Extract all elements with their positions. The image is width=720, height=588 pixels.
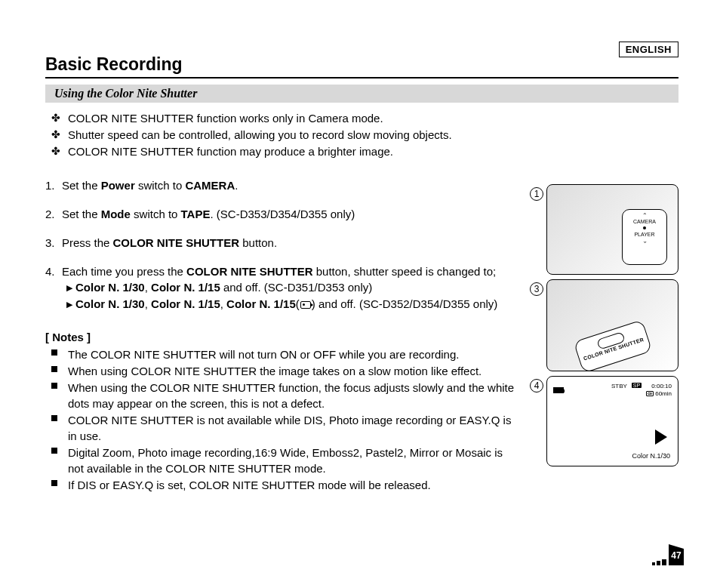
step-keyword: COLOR NITE SHUTTER [113,236,240,249]
battery-icon [553,387,564,393]
step-text: . (SC-D353/D354/D355 only) [210,208,355,220]
note-item: Digital Zoom, Photo image recording,16:9… [51,445,518,476]
note-item: When using COLOR NITE SHUTTER the image … [51,363,518,379]
note-text: Digital Zoom, Photo image recording,16:9… [68,446,503,475]
steps-list: Set the Power switch to CAMERA. Set the … [45,177,518,312]
shutter-value: Color N. 1/15 [226,297,296,310]
screen-speed-badge: SP [632,383,642,388]
note-item: COLOR NITE SHUTTER is not available whil… [51,412,518,444]
square-bullet-icon [51,448,57,454]
note-text: If DIS or EASY.Q is set, COLOR NITE SHUT… [68,479,431,491]
main-text-column: ✤COLOR NITE SHUTTER function works only … [45,110,524,494]
intro-text: COLOR NITE SHUTTER function may produce … [68,145,393,158]
intro-text: Shutter speed can be controlled, allowin… [68,128,452,141]
page-decor-bar [662,559,666,565]
figure-column: 1 ⌃ CAMERA PLAYER ⌃ 3 COLOR NITE SHUTTER [531,110,678,494]
figure-marker: 4 [530,379,543,393]
step-text: button, shutter speed is changed to; [313,265,497,278]
figure-camera-switch: ⌃ CAMERA PLAYER ⌃ [546,184,678,275]
step-text: . [235,179,238,192]
square-bullet-icon [51,415,57,421]
page-decor-bar [657,561,660,565]
shutter-button-plate: COLOR NITE SHUTTER [573,319,652,371]
maltese-bullet-icon: ✤ [51,143,60,159]
step-item: Press the COLOR NITE SHUTTER button. [45,235,518,251]
screen-status-row: STBY SP 0:00:10 60min [553,383,672,397]
figure-screen-display: STBY SP 0:00:10 60min Color N.1/30 [546,376,678,466]
intro-text: COLOR NITE SHUTTER function works only i… [68,112,383,125]
step-item: Set the Power switch to CAMERA. [45,177,518,194]
step-keyword: CAMERA [185,179,235,192]
intro-item: ✤COLOR NITE SHUTTER function may produce… [51,143,518,160]
note-item: The COLOR NITE SHUTTER will not turn ON … [51,346,518,362]
note-text: When using the COLOR NITE SHUTTER functi… [68,381,514,410]
step-keyword: COLOR NITE SHUTTER [186,265,313,278]
step-text: button. [239,236,277,249]
step-sub: ▶Color N. 1/30, Color N. 1/15, Color N. … [66,296,518,312]
switch-label-player: PLAYER [623,232,666,237]
language-tag: ENGLISH [619,42,678,57]
square-bullet-icon [51,480,57,486]
figure-marker: 3 [530,282,543,296]
figure-marker: 1 [530,187,543,201]
maltese-bullet-icon: ✤ [51,110,60,125]
intro-item: ✤COLOR NITE SHUTTER function works only … [51,110,518,127]
note-text: COLOR NITE SHUTTER is not available whil… [68,414,511,442]
light-icon [300,301,311,309]
step-keyword: Mode [101,208,131,220]
notes-heading: [ Notes ] [45,331,518,343]
screen-status: STBY [611,383,627,389]
power-switch-plate: ⌃ CAMERA PLAYER ⌃ [622,209,667,265]
figure-1-wrap: 1 ⌃ CAMERA PLAYER ⌃ [546,184,678,275]
page-decor-bar [652,562,655,565]
shutter-value: Color N. 1/15 [151,297,220,310]
step-text: and off. (SC-D351/D353 only) [220,281,373,294]
note-item: When using the COLOR NITE SHUTTER functi… [51,380,518,411]
intro-item: ✤Shutter speed can be controlled, allowi… [51,127,518,143]
step-keyword: TAPE [181,208,211,220]
square-bullet-icon [51,383,57,389]
page-title: Basic Recording [45,54,678,79]
step-text: Press the [62,236,113,249]
square-bullet-icon [51,366,57,372]
cassette-icon [646,391,654,396]
figure-4-wrap: 4 STBY SP 0:00:10 60min Color N.1/30 [546,376,678,466]
arrow-down-icon: ⌃ [623,237,666,243]
step-text: switch to [135,179,186,192]
screen-timecode: 0:00:10 [646,383,672,390]
intro-list: ✤COLOR NITE SHUTTER function works only … [51,110,518,159]
screen-remain: 60min [655,390,672,397]
switch-label-camera: CAMERA [623,219,666,224]
step-text: switch to [131,208,181,220]
page-number: 47 [652,540,684,565]
screen-mode-label: Color N.1/30 [632,452,670,460]
square-bullet-icon [51,349,57,356]
page-number-value: 47 [669,549,684,565]
note-text: The COLOR NITE SHUTTER will not turn ON … [68,348,459,361]
section-heading: Using the Color Nite Shutter [45,85,678,103]
triangle-bullet-icon: ▶ [66,282,72,294]
step-text: ) and off. (SC-D352/D354/D355 only) [312,297,498,310]
switch-dot-icon [643,226,646,229]
shutter-value: Color N. 1/15 [151,281,220,294]
play-triangle-icon [655,429,667,445]
shutter-value: Color N. 1/30 [75,297,145,310]
step-item: Set the Mode switch to TAPE. (SC-D353/D3… [45,206,518,223]
notes-list: The COLOR NITE SHUTTER will not turn ON … [51,346,518,493]
note-text: When using COLOR NITE SHUTTER the image … [68,365,482,377]
triangle-bullet-icon: ▶ [66,299,72,311]
step-text: Set the [62,208,101,220]
figure-shutter-button: COLOR NITE SHUTTER [546,279,678,371]
step-sub: ▶Color N. 1/30, Color N. 1/15 and off. (… [66,279,518,296]
step-text: Each time you press the [62,265,186,278]
figure-3-wrap: 3 COLOR NITE SHUTTER [546,279,678,371]
step-text: Set the [62,179,101,192]
step-item: Each time you press the COLOR NITE SHUTT… [45,263,518,312]
step-keyword: Power [101,179,135,192]
shutter-value: Color N. 1/30 [75,281,145,294]
note-item: If DIS or EASY.Q is set, COLOR NITE SHUT… [51,477,518,493]
arrow-up-icon: ⌃ [623,213,666,219]
maltese-bullet-icon: ✤ [51,127,60,142]
